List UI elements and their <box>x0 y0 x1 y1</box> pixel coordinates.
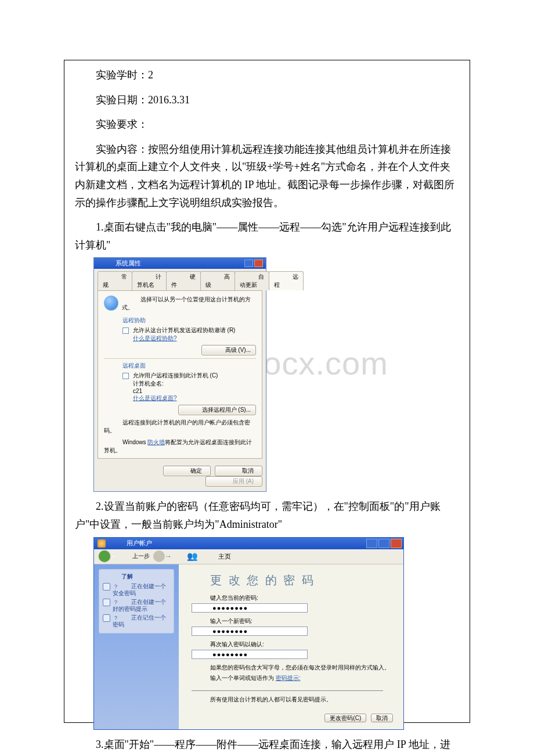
sysprop-title: 系统属性 <box>97 259 141 268</box>
ua-title: 用户帐户 <box>108 539 152 548</box>
select-remote-users-button[interactable]: 选择远程用户 (S)... <box>178 405 256 415</box>
link-what-is-remote-desktop[interactable]: 什么是远程桌面? <box>133 395 177 401</box>
step2: 2.设置当前账户的密码（任意密码均可，需牢记），在"控制面板"的"用户账户"中设… <box>75 498 459 533</box>
ua-window-icon <box>98 539 106 548</box>
sysprop-intro: 选择可以从另一个位置使用这台计算机的方式。 <box>122 296 256 312</box>
text-requirement: 实验要求： <box>75 116 459 134</box>
side-item-3[interactable]: ? 正在记住一个密码 <box>103 614 170 628</box>
tab-auto-update[interactable]: 自动更新 <box>234 271 269 290</box>
group-remote-assist-title: 远程协助 <box>104 316 256 325</box>
close-button[interactable]: × <box>254 260 263 267</box>
ok-button[interactable]: 确定 <box>163 466 211 476</box>
globe-icon <box>104 296 118 311</box>
case-note: 如果您的密码包含大写字母，您必须在每次登录时用同样的方式输入。 <box>192 664 393 672</box>
question-icon: ? <box>103 599 110 606</box>
hint-link[interactable]: 密码提示: <box>276 675 301 681</box>
firewall-prefix: Windows <box>122 439 147 445</box>
firewall-link[interactable]: 防火墙 <box>147 439 165 445</box>
people-icon: 👥 <box>168 551 198 561</box>
ua-titlebar: 用户帐户 _ ☐ × <box>94 538 403 549</box>
question-icon: ? <box>103 614 110 622</box>
tab-computer-name[interactable]: 计算机名 <box>132 271 167 290</box>
side-item-1[interactable]: ? 正在创建一个安全密码 <box>103 583 170 597</box>
sysprop-tab-body: 选择可以从另一个位置使用这台计算机的方式。 远程协助 允许从这台计算机发送远程协… <box>98 290 262 459</box>
group-remote-desktop-title: 远程桌面 <box>104 362 256 370</box>
sysprop-titlebar: 系统属性 ? × <box>94 258 266 269</box>
ua-sidebar: 了解 ? 正在创建一个安全密码 ? 正在创建一个好的密码提示 ? 正在记住一个密… <box>94 564 179 729</box>
checkbox-remote-assist-label: 允许从这台计算机发送远程协助邀请 (R) <box>133 327 236 333</box>
sysprop-tabs: 常规 计算机名 硬件 高级 自动更新 远程 <box>94 269 266 290</box>
remote-pw-note: 远程连接到此计算机的用户的用户帐户必须包含密码。 <box>104 419 256 435</box>
tab-remote[interactable]: 远程 <box>269 271 304 290</box>
user-accounts-window: 用户帐户 _ ☐ × ← 上一步 → 👥 主页 <box>93 537 404 730</box>
advanced-button[interactable]: 高级 (V)... <box>201 345 256 355</box>
change-password-button[interactable]: 更改密码(C) <box>324 714 366 722</box>
question-icon: ? <box>103 583 110 591</box>
home-label[interactable]: 主页 <box>200 552 231 561</box>
text-hours: 实验学时：2 <box>75 66 459 84</box>
current-pw-input[interactable]: ●●●●●●●● <box>192 603 308 613</box>
tab-advanced[interactable]: 高级 <box>200 271 235 290</box>
checkbox-remote-desktop[interactable] <box>122 373 129 379</box>
hint-visible-note: 所有使用这台计算机的人都可以看见密码提示。 <box>192 696 393 704</box>
current-pw-label: 键入您当前的密码: <box>192 594 393 602</box>
text-date: 实验日期：2016.3.31 <box>75 91 459 109</box>
close-button[interactable]: × <box>391 539 402 548</box>
confirm-pw-input[interactable]: ●●●●●●●● <box>192 650 308 659</box>
tab-hardware[interactable]: 硬件 <box>166 271 201 290</box>
new-pw-input[interactable]: ●●●●●●●● <box>192 627 308 636</box>
text-content: 实验内容：按照分组使用计算机远程连接功能连接其他组员计算机并在所连接计算机的桌面… <box>75 141 459 211</box>
hint-prefix: 输入一个单词或短语作为 <box>210 675 276 681</box>
ua-toolbar: ← 上一步 → 👥 主页 <box>94 549 403 564</box>
hint-input[interactable] <box>192 682 383 691</box>
step3: 3.桌面"开始"——程序——附件——远程桌面连接，输入远程用户 IP 地址，进入… <box>75 736 459 756</box>
system-properties-dialog: 系统属性 ? × 常规 计算机名 硬件 高级 自动更新 远程 选择可以从另一个位… <box>93 257 266 492</box>
computer-full-name-label: 计算机全名: <box>114 380 256 388</box>
side-item-2[interactable]: ? 正在创建一个好的密码提示 <box>103 599 170 613</box>
checkbox-remote-assist[interactable] <box>122 327 129 334</box>
cancel-button[interactable]: 取消 <box>215 466 262 476</box>
forward-button[interactable]: → <box>153 550 165 562</box>
apply-button[interactable]: 应用 (A) <box>205 476 262 487</box>
new-pw-label: 输入一个新密码: <box>192 617 393 625</box>
back-button[interactable]: ← <box>99 550 110 562</box>
tab-general[interactable]: 常规 <box>98 271 132 290</box>
ua-main: 更 改 您 的 密 码 键入您当前的密码: ●●●●●●●● 输入一个新密码: … <box>179 564 403 729</box>
change-password-heading: 更 改 您 的 密 码 <box>192 573 393 588</box>
link-what-is-remote-assist[interactable]: 什么是远程协助? <box>133 335 177 341</box>
computer-full-name: c21 <box>114 388 256 394</box>
ua-side-panel: 了解 ? 正在创建一个安全密码 ? 正在创建一个好的密码提示 ? 正在记住一个密… <box>99 569 174 633</box>
step1: 1.桌面右键点击"我的电脑"——属性——远程——勾选"允许用户远程连接到此计算机… <box>75 218 459 254</box>
document-cell: 实验学时：2 实验日期：2016.3.31 实验要求： 实验内容：按照分组使用计… <box>64 60 470 723</box>
side-panel-title: 了解 <box>103 573 170 581</box>
back-label: 上一步 <box>114 552 150 560</box>
cancel-button[interactable]: 取消 <box>371 714 393 722</box>
confirm-pw-label: 再次输入密码以确认: <box>192 640 393 649</box>
